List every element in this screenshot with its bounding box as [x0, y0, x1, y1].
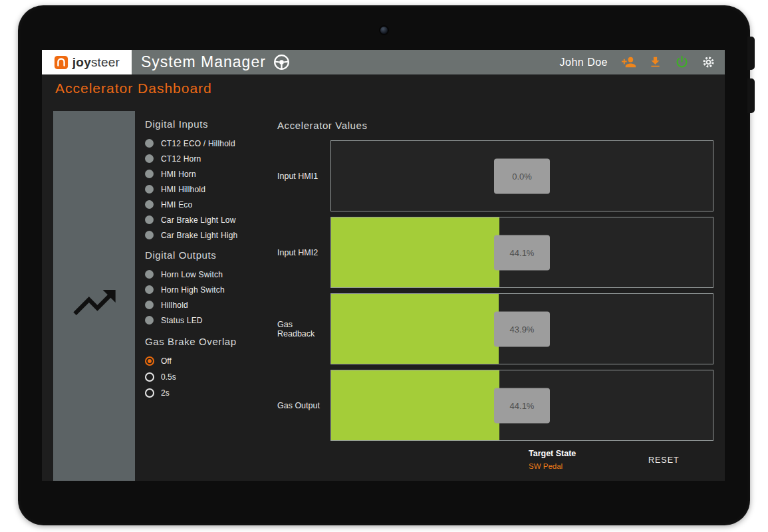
led-indicator: [145, 231, 154, 239]
gauges-panel: Input HMI1 0.0% Input HMI2 44.1% Gas Rea…: [277, 140, 713, 446]
led-indicator: [145, 215, 154, 224]
led-indicator: [145, 185, 154, 194]
gauge-label: Input HMI1: [277, 140, 330, 211]
sidebar-nav-chart[interactable]: [53, 111, 135, 481]
gas-brake-overlap-title: Gas Brake Overlap: [145, 336, 278, 347]
user-name: John Doe: [560, 57, 608, 68]
led-indicator: [145, 316, 154, 325]
tablet-power-button: [747, 37, 755, 70]
radio-label: Off: [161, 356, 172, 366]
joysteer-logo-text: joysteer: [72, 55, 120, 70]
digital-output-horn-high-switch: Horn High Switch: [145, 282, 278, 297]
controls-column: Digital Inputs CT12 ECO / Hillhold CT12 …: [145, 118, 278, 401]
digital-input-label: HMI Horn: [161, 170, 196, 179]
gauge-value-badge: 44.1%: [494, 235, 550, 270]
digital-input-label: CT12 ECO / Hillhold: [161, 139, 235, 148]
gauge-value-badge: 0.0%: [494, 158, 550, 194]
power-icon[interactable]: [674, 55, 690, 70]
gauge-row-input-hmi1: Input HMI1 0.0%: [277, 140, 713, 211]
digital-output-label: Horn Low Switch: [161, 270, 223, 279]
radio-button[interactable]: [145, 356, 154, 366]
page-title: Accelerator Dashboard: [55, 80, 212, 96]
reset-button[interactable]: RESET: [639, 452, 689, 469]
led-indicator: [145, 154, 154, 163]
gauge-fill: [331, 217, 499, 287]
tablet-camera: [379, 25, 389, 35]
settings-gear-icon[interactable]: [702, 55, 715, 69]
gauge-row-input-hmi2: Input HMI2 44.1%: [277, 217, 713, 288]
gauge-bar: 43.9%: [330, 293, 713, 364]
gauge-fill: [331, 370, 499, 440]
digital-input-car-brake-light-low: Car Brake Light Low: [145, 212, 278, 227]
target-state-label: Target State: [529, 449, 576, 458]
gauge-row-gas-output: Gas Output 44.1%: [277, 370, 713, 441]
stage: joysteer System Manager John Doe: [0, 0, 768, 532]
digital-input-hmi-horn: HMI Horn: [145, 166, 278, 182]
gauge-label: Input HMI2: [277, 217, 330, 288]
digital-outputs-title: Digital Outputs: [145, 249, 278, 261]
digital-input-hmi-eco: HMI Eco: [145, 197, 278, 212]
radio-label: 0.5s: [161, 372, 176, 382]
download-icon[interactable]: [648, 55, 662, 69]
gauge-label: Gas Readback: [277, 293, 330, 364]
target-state: Target State SW Pedal: [529, 449, 576, 470]
overlap-option-off[interactable]: Off: [145, 353, 278, 369]
app-title: System Manager: [141, 53, 266, 71]
joysteer-logo[interactable]: joysteer: [42, 50, 132, 74]
radio-button[interactable]: [145, 372, 154, 382]
radio-label: 2s: [161, 388, 170, 398]
led-indicator: [145, 139, 154, 148]
gauge-bar: 44.1%: [330, 217, 713, 288]
digital-input-hmi-hillhold: HMI Hillhold: [145, 182, 278, 197]
digital-output-horn-low-switch: Horn Low Switch: [145, 267, 278, 282]
gauge-row-gas-readback: Gas Readback 43.9%: [277, 293, 713, 364]
gauge-label: Gas Output: [277, 370, 330, 441]
joysteer-logo-icon: [54, 55, 68, 70]
digital-input-label: HMI Hillhold: [161, 185, 205, 194]
digital-output-label: Horn High Switch: [161, 285, 225, 295]
gauge-value-badge: 43.9%: [494, 311, 550, 346]
digital-input-ct12-eco-hillhold: CT12 ECO / Hillhold: [145, 136, 278, 151]
digital-input-label: CT12 Horn: [161, 154, 201, 164]
digital-output-status-led: Status LED: [145, 313, 278, 328]
tablet-frame: joysteer System Manager John Doe: [18, 5, 750, 525]
gauge-fill: [331, 294, 499, 364]
led-indicator: [145, 170, 154, 178]
digital-output-label: Hillhold: [161, 301, 188, 310]
digital-output-hillhold: Hillhold: [145, 297, 278, 313]
digital-input-car-brake-light-high: Car Brake Light High: [145, 227, 278, 243]
led-indicator: [145, 301, 154, 309]
accelerator-values-title: Accelerator Values: [277, 120, 368, 131]
digital-output-label: Status LED: [161, 316, 203, 325]
trending-up-icon: [69, 277, 120, 481]
led-indicator: [145, 200, 154, 209]
brand-light: steer: [91, 55, 120, 69]
digital-input-ct12-horn: CT12 Horn: [145, 151, 278, 166]
add-user-icon[interactable]: [621, 55, 636, 70]
target-state-value: SW Pedal: [529, 462, 576, 470]
gauge-bar: 0.0%: [330, 140, 713, 211]
overlap-option-2s[interactable]: 2s: [145, 385, 278, 401]
steering-wheel-icon: [273, 53, 291, 71]
gauge-value-badge: 44.1%: [494, 388, 550, 423]
overlap-option-05s[interactable]: 0.5s: [145, 369, 278, 385]
digital-input-label: Car Brake Light Low: [161, 215, 236, 225]
radio-button[interactable]: [145, 388, 154, 398]
digital-inputs-title: Digital Inputs: [145, 118, 278, 130]
led-indicator: [145, 285, 154, 294]
led-indicator: [145, 270, 154, 279]
digital-input-label: Car Brake Light High: [161, 231, 237, 240]
tablet-volume-button: [747, 78, 755, 113]
system-manager-app: joysteer System Manager John Doe: [42, 50, 725, 481]
brand-bold: joy: [72, 55, 91, 69]
app-bar: joysteer System Manager John Doe: [42, 50, 725, 74]
gauge-bar: 44.1%: [330, 370, 713, 441]
digital-input-label: HMI Eco: [161, 200, 192, 209]
